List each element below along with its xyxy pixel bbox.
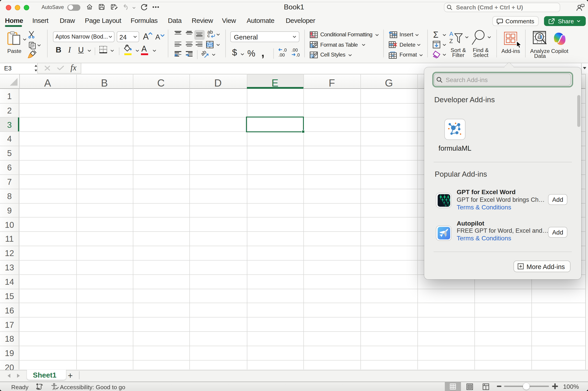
svg-text:.00: .00	[279, 52, 285, 57]
svg-text:.0: .0	[283, 48, 287, 52]
svg-text:.00: .00	[292, 48, 298, 52]
svg-text:.0: .0	[296, 52, 300, 57]
